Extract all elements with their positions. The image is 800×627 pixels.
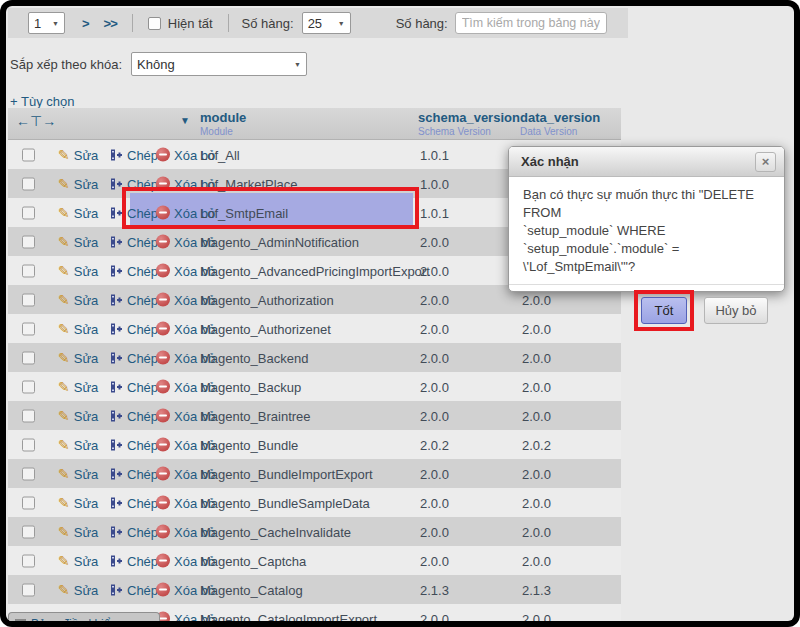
module-name: Magento_Backup bbox=[200, 379, 301, 394]
row-checkbox[interactable] bbox=[22, 496, 35, 509]
pencil-icon: ✎ bbox=[58, 438, 70, 452]
copy-link[interactable]: Chép bbox=[110, 524, 158, 539]
row-checkbox[interactable] bbox=[22, 380, 35, 393]
pagination-toolbar: 1 ▼ > >> Hiện tất Số hàng: 25 ▼ Số hàng: bbox=[8, 8, 628, 38]
delete-minus-icon bbox=[156, 206, 170, 220]
data-version-value: 2.0.0 bbox=[522, 408, 551, 423]
edit-link[interactable]: ✎Sửa bbox=[58, 553, 98, 568]
row-checkbox[interactable] bbox=[22, 525, 35, 538]
next-page-button[interactable]: > bbox=[82, 16, 90, 31]
schema-version-value: 1.0.1 bbox=[420, 205, 449, 220]
copy-icon bbox=[110, 467, 123, 480]
edit-link[interactable]: ✎Sửa bbox=[58, 205, 98, 220]
edit-link[interactable]: ✎Sửa bbox=[58, 292, 98, 307]
ok-button[interactable]: Tốt bbox=[641, 297, 687, 324]
options-toggle-link[interactable]: + Tùy chọn bbox=[10, 94, 74, 109]
delete-minus-icon bbox=[156, 177, 170, 191]
pencil-icon: ✎ bbox=[58, 293, 70, 307]
dialog-footer: Tốt Hủy bỏ bbox=[509, 285, 784, 331]
copy-icon bbox=[110, 235, 123, 248]
copy-link[interactable]: Chép bbox=[110, 553, 158, 568]
cancel-button[interactable]: Hủy bỏ bbox=[704, 297, 768, 324]
copy-link[interactable]: Chép bbox=[110, 292, 158, 307]
console-bar[interactable]: Bảng điều khiển bbox=[8, 612, 160, 621]
copy-link[interactable]: Chép bbox=[110, 350, 158, 365]
copy-link[interactable]: Chép bbox=[110, 263, 158, 278]
sort-by-key-select[interactable]: Không ▼ bbox=[131, 52, 307, 76]
edit-link[interactable]: ✎Sửa bbox=[58, 176, 98, 191]
sort-by-key-label: Sắp xếp theo khóa: bbox=[10, 57, 122, 72]
delete-minus-icon bbox=[156, 467, 170, 481]
row-checkbox[interactable] bbox=[22, 554, 35, 567]
edit-link[interactable]: ✎Sửa bbox=[58, 321, 98, 336]
copy-link[interactable]: Chép bbox=[110, 176, 158, 191]
delete-minus-icon bbox=[156, 293, 170, 307]
data-version-value: 2.0.0 bbox=[522, 553, 551, 568]
copy-link[interactable]: Chép bbox=[110, 582, 158, 597]
row-checkbox[interactable] bbox=[22, 438, 35, 451]
table-search-input[interactable] bbox=[455, 12, 607, 34]
copy-link[interactable]: Chép bbox=[110, 205, 158, 220]
row-checkbox[interactable] bbox=[22, 293, 35, 306]
edit-link[interactable]: ✎Sửa bbox=[58, 350, 98, 365]
row-checkbox[interactable] bbox=[22, 177, 35, 190]
edit-link[interactable]: ✎Sửa bbox=[58, 263, 98, 278]
edit-link[interactable]: ✎Sửa bbox=[58, 147, 98, 162]
copy-link[interactable]: Chép bbox=[110, 408, 158, 423]
confirm-dialog: Xác nhận × Bạn có thực sự muốn thực thi … bbox=[508, 146, 785, 292]
row-checkbox[interactable] bbox=[22, 206, 35, 219]
edit-link[interactable]: ✎Sửa bbox=[58, 408, 98, 423]
delete-minus-icon bbox=[156, 438, 170, 452]
row-checkbox[interactable] bbox=[22, 235, 35, 248]
delete-minus-icon bbox=[156, 264, 170, 278]
data-version-value: 2.0.0 bbox=[522, 466, 551, 481]
edit-link[interactable]: ✎Sửa bbox=[58, 234, 98, 249]
copy-icon bbox=[110, 496, 123, 509]
show-all-checkbox[interactable] bbox=[148, 17, 161, 30]
row-checkbox[interactable] bbox=[22, 467, 35, 480]
copy-link[interactable]: Chép bbox=[110, 466, 158, 481]
row-checkbox[interactable] bbox=[22, 583, 35, 596]
copy-link[interactable]: Chép bbox=[110, 321, 158, 336]
column-header-schema-version[interactable]: schema_version Schema Version bbox=[418, 111, 520, 137]
annotation-box-ok-button: Tốt bbox=[634, 290, 694, 331]
copy-link[interactable]: Chép bbox=[110, 437, 158, 452]
last-page-button[interactable]: >> bbox=[104, 16, 117, 31]
sort-arrow-icon[interactable]: ▼ bbox=[180, 115, 190, 126]
module-name: Magento_Catalog bbox=[200, 582, 303, 597]
schema-version-value: 2.0.0 bbox=[420, 234, 449, 249]
console-icon bbox=[15, 619, 26, 621]
column-header-data-version[interactable]: data_version Data Version bbox=[520, 111, 600, 137]
row-checkbox[interactable] bbox=[22, 148, 35, 161]
row-checkbox[interactable] bbox=[22, 264, 35, 277]
edit-link[interactable]: ✎Sửa bbox=[58, 495, 98, 510]
data-version-value: 2.0.0 bbox=[522, 379, 551, 394]
row-checkbox[interactable] bbox=[22, 322, 35, 335]
page-number-select[interactable]: 1 ▼ bbox=[28, 12, 65, 34]
table-row: ✎Sửa Chép Xóa bỏ Magento_BundleSampleDat… bbox=[8, 488, 621, 517]
schema-version-value: 2.0.0 bbox=[420, 379, 449, 394]
row-checkbox[interactable] bbox=[22, 351, 35, 364]
edit-link[interactable]: ✎Sửa bbox=[58, 582, 98, 597]
table-row: ✎Sửa Chép Xóa bỏ Magento_Catalog 2.1.3 2… bbox=[8, 575, 621, 604]
sort-controls: Sắp xếp theo khóa: Không ▼ bbox=[10, 52, 307, 76]
edit-link[interactable]: ✎Sửa bbox=[58, 379, 98, 394]
phpmyadmin-results-page: 1 ▼ > >> Hiện tất Số hàng: 25 ▼ Số hàng:… bbox=[6, 6, 794, 621]
show-all-label: Hiện tất bbox=[168, 16, 213, 31]
column-visibility-icon[interactable]: ←⊤→ bbox=[16, 113, 56, 129]
edit-link[interactable]: ✎Sửa bbox=[58, 437, 98, 452]
edit-link[interactable]: ✎Sửa bbox=[58, 466, 98, 481]
row-checkbox[interactable] bbox=[22, 409, 35, 422]
data-version-value: 2.0.0 bbox=[522, 611, 551, 621]
module-name: Lof_SmtpEmail bbox=[200, 205, 288, 220]
copy-link[interactable]: Chép bbox=[110, 234, 158, 249]
rows-per-page-select[interactable]: 25 ▼ bbox=[302, 12, 351, 34]
edit-link[interactable]: ✎Sửa bbox=[58, 524, 98, 539]
copy-link[interactable]: Chép bbox=[110, 495, 158, 510]
copy-icon bbox=[110, 583, 123, 596]
close-icon[interactable]: × bbox=[755, 152, 776, 172]
copy-icon bbox=[110, 206, 123, 219]
copy-link[interactable]: Chép bbox=[110, 379, 158, 394]
column-header-module[interactable]: module Module bbox=[200, 111, 246, 137]
copy-link[interactable]: Chép bbox=[110, 147, 158, 162]
